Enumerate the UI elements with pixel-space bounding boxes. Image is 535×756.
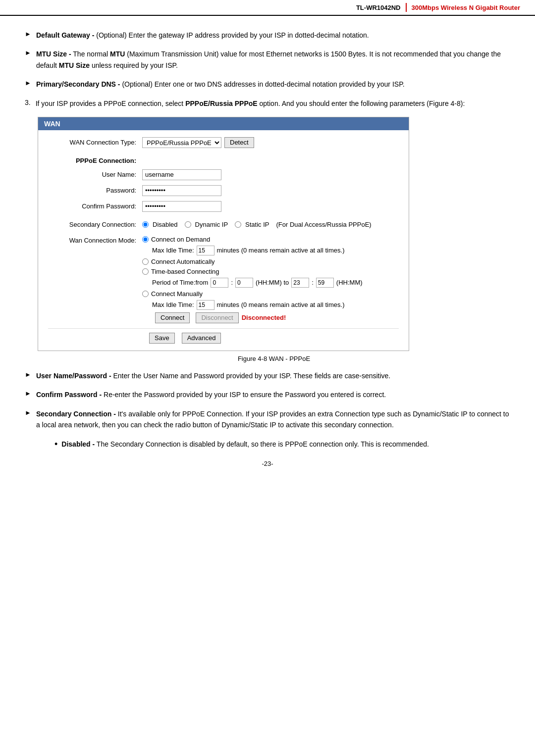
- page-number: -23-: [25, 460, 510, 467]
- bullet-default-gateway: ► Default Gateway - (Optional) Enter the…: [25, 30, 510, 41]
- max-idle-label-2: Max Idle Time:: [152, 301, 194, 308]
- confirm-password-input[interactable]: [142, 201, 221, 212]
- mode-connect-auto-row: Connect Automatically: [142, 258, 363, 265]
- period-hhmm-2: (HH:MM): [336, 279, 363, 286]
- bold-dns: Primary/Secondary DNS -: [36, 80, 120, 88]
- bullet-text-6: Secondary Connection - It's available on…: [36, 408, 510, 431]
- connect-manual-label: Connect Manually: [151, 290, 203, 298]
- wan-connection-mode-container: Wan Connection Mode: Connect on Demand M…: [48, 236, 399, 323]
- wan-box: WAN WAN Connection Type: PPPoE/Russia PP…: [38, 117, 409, 351]
- advanced-button[interactable]: Advanced: [182, 333, 221, 344]
- period-to-mm[interactable]: [316, 278, 334, 288]
- bullet-text-5: Confirm Password - Re-enter the Password…: [36, 389, 510, 400]
- period-hhmm-1: (HH:MM) to: [256, 279, 289, 286]
- numbered-text-3: If your ISP provides a PPPoE connection,…: [36, 98, 465, 109]
- password-input[interactable]: [142, 185, 221, 196]
- radio-disabled-input[interactable]: [142, 221, 149, 228]
- disconnect-button[interactable]: Disconnect: [196, 312, 238, 323]
- pppoe-section-label: PPPoE Connection:: [48, 157, 142, 164]
- bullet-user-name-password: ► User Name/Password - Enter the User Na…: [25, 370, 510, 381]
- wan-connection-type-row: WAN Connection Type: PPPoE/Russia PPPoE …: [48, 137, 399, 148]
- text-mtu-1: The normal: [73, 50, 110, 58]
- text-pppoe-pre: If your ISP provides a PPPoE connection,…: [36, 100, 185, 107]
- text-mtu-3: unless required by your ISP.: [92, 61, 178, 69]
- confirm-password-label: Confirm Password:: [48, 202, 142, 210]
- bullet-arrow-2: ►: [25, 49, 31, 56]
- connect-auto-label: Connect Automatically: [151, 258, 215, 265]
- period-to-hh[interactable]: [291, 278, 309, 288]
- bullet-text-4: User Name/Password - Enter the User Name…: [36, 370, 510, 381]
- max-idle-input-1[interactable]: [197, 246, 214, 255]
- bullet-arrow-4: ►: [25, 371, 31, 378]
- radio-static-ip[interactable]: Static IP: [235, 221, 269, 228]
- header-model: TL-WR1042ND: [356, 4, 401, 11]
- numbered-item-3: 3. If your ISP provides a PPPoE connecti…: [25, 98, 510, 109]
- bullet-arrow-1: ►: [25, 30, 31, 38]
- bullet-arrow-6: ►: [25, 409, 31, 416]
- connect-button[interactable]: Connect: [155, 312, 190, 323]
- wan-box-body: WAN Connection Type: PPPoE/Russia PPPoE …: [38, 130, 409, 351]
- bold-mtu-size2: MTU Size: [59, 61, 90, 69]
- radio-connect-demand[interactable]: [142, 236, 149, 243]
- max-idle-row-2: Max Idle Time: minutes (0 means remain a…: [142, 300, 363, 310]
- mode-time-based-row: Time-based Connecting: [142, 268, 363, 275]
- secondary-connection-row: Secondary Connection: Disabled Dynamic I…: [48, 221, 399, 228]
- header-divider: [406, 3, 407, 12]
- text-confirm-password: Re-enter the Password provided by your I…: [104, 391, 386, 399]
- bullet-text-2: MTU Size - The normal MTU (Maximum Trans…: [36, 49, 510, 71]
- wan-connection-type-select[interactable]: PPPoE/Russia PPPoE: [142, 137, 221, 148]
- header-product: 300Mbps Wireless N Gigabit Router: [412, 4, 521, 11]
- user-name-input[interactable]: [142, 169, 221, 180]
- detect-button[interactable]: Detect: [224, 137, 254, 148]
- save-button[interactable]: Save: [149, 333, 175, 344]
- text-disabled: The Secondary Connection is disabled by …: [97, 440, 429, 448]
- bold-disabled: Disabled -: [61, 440, 95, 448]
- period-colon-2: :: [312, 279, 314, 286]
- radio-connect-auto[interactable]: [142, 258, 149, 265]
- disconnected-status: Disconnected!: [242, 314, 286, 321]
- max-idle-suffix-1: minutes (0 means remain active at all ti…: [217, 247, 345, 254]
- max-idle-input-2[interactable]: [197, 300, 214, 310]
- mode-connect-demand-row: Connect on Demand: [142, 236, 363, 243]
- max-idle-suffix-2: minutes (0 means remain active at all ti…: [217, 301, 345, 308]
- bold-default-gateway: Default Gateway -: [36, 31, 94, 39]
- numbered-label-3: 3.: [25, 99, 31, 106]
- text-dns: (Optional) Enter one or two DNS addresse…: [122, 80, 404, 88]
- connect-disconnect-row: Connect Disconnect Disconnected!: [142, 312, 363, 323]
- secondary-note: (For Dual Access/Russia PPPoE): [276, 221, 371, 228]
- password-label: Password:: [48, 187, 142, 194]
- user-name-row: User Name:: [48, 169, 399, 180]
- save-advanced-row: Save Advanced: [48, 328, 399, 344]
- confirm-password-row: Confirm Password:: [48, 201, 399, 212]
- period-colon-1: :: [231, 279, 233, 286]
- radio-disabled[interactable]: Disabled: [142, 221, 178, 228]
- bold-pppoe: PPPoE/Russia PPPoE: [185, 100, 258, 107]
- period-from-mm[interactable]: [235, 278, 253, 288]
- connect-demand-label: Connect on Demand: [151, 236, 210, 243]
- bullet-confirm-password: ► Confirm Password - Re-enter the Passwo…: [25, 389, 510, 400]
- bullet-text-3: Primary/Secondary DNS - (Optional) Enter…: [36, 79, 510, 90]
- secondary-connection-label: Secondary Connection:: [48, 221, 142, 228]
- radio-dynamic-ip[interactable]: Dynamic IP: [185, 221, 228, 228]
- radio-static-ip-input[interactable]: [235, 221, 241, 228]
- period-label: Period of Time:from: [152, 279, 208, 286]
- mode-connect-manual-row: Connect Manually: [142, 290, 363, 298]
- max-idle-row-1: Max Idle Time: minutes (0 means remain a…: [142, 246, 363, 255]
- bold-confirm-password: Confirm Password -: [36, 391, 102, 399]
- bullet-mtu-size: ► MTU Size - The normal MTU (Maximum Tra…: [25, 49, 510, 71]
- period-row: Period of Time:from : (HH:MM) to : (HH:M…: [142, 278, 363, 288]
- bold-user-name-password: User Name/Password -: [36, 372, 111, 380]
- period-from-hh[interactable]: [211, 278, 228, 288]
- bullet-text-1: Default Gateway - (Optional) Enter the g…: [36, 30, 510, 41]
- radio-connect-manual[interactable]: [142, 291, 149, 297]
- mode-options: Connect on Demand Max Idle Time: minutes…: [142, 236, 363, 323]
- radio-disabled-label: Disabled: [153, 221, 178, 228]
- time-based-label: Time-based Connecting: [151, 268, 219, 275]
- radio-time-based[interactable]: [142, 268, 149, 275]
- wan-box-header: WAN: [38, 117, 409, 130]
- radio-dynamic-ip-input[interactable]: [185, 221, 191, 228]
- sub-bullet-text-1: Disabled - The Secondary Connection is d…: [61, 439, 429, 450]
- text-pppoe-post: option. And you should enter the followi…: [260, 100, 465, 107]
- bullet-arrow-5: ►: [25, 390, 31, 397]
- radio-static-ip-label: Static IP: [245, 221, 269, 228]
